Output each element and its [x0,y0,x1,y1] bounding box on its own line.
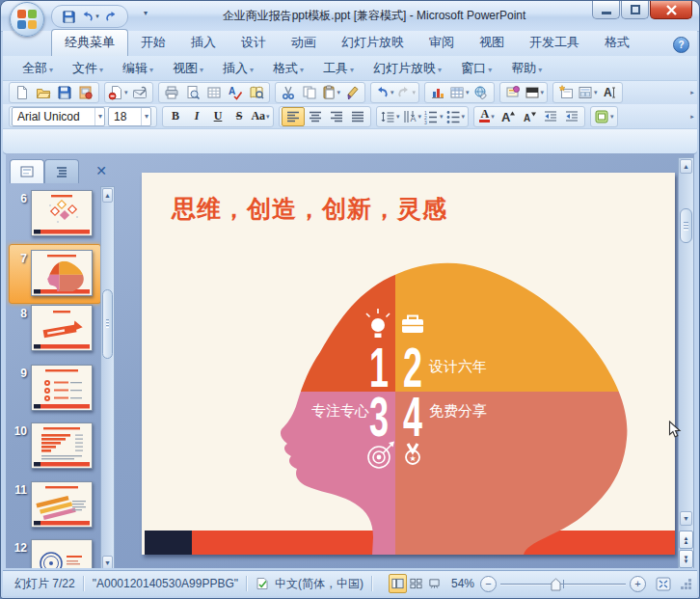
menu-help[interactable]: 帮助▾ [501,60,552,77]
resize-grip[interactable] [679,577,693,591]
slides-tab[interactable] [10,159,44,183]
ribbon-tab-view[interactable]: 视图 [467,30,517,56]
open-folder-button[interactable] [33,84,54,101]
chevron-down-icon[interactable]: ▾ [594,89,598,96]
chevron-down-icon[interactable]: ▾ [413,89,417,96]
justify-button[interactable] [347,108,368,125]
panel-scroll-up-button[interactable]: ▲ [102,188,113,203]
menu-file[interactable]: 文件▾ [63,60,113,77]
slide-thumbnail-7[interactable] [31,250,93,296]
zoom-level[interactable]: 54% [451,577,474,590]
ribbon-tab-review[interactable]: 审阅 [417,30,467,56]
slide-canvas[interactable]: 思维，创造，创新，灵感 1234设计六年专注专心免费分享★ [142,173,675,555]
slide-design-button[interactable] [502,84,524,101]
format-painter-button[interactable] [341,84,363,101]
decrease-indent-button[interactable] [540,108,561,125]
align-right-button[interactable] [326,108,347,125]
chart-button[interactable] [427,84,448,101]
font-color-button[interactable]: A▾ [476,108,498,125]
spellcheck-status-icon[interactable] [256,577,269,590]
slide-thumbnail-11[interactable] [31,481,93,528]
customize-qat-button[interactable]: ▾ [144,9,148,17]
zoom-slider-thumb[interactable] [551,578,561,591]
panel-scroll-down-button[interactable]: ▼ [102,556,113,568]
chevron-down-icon[interactable]: ▾ [610,113,614,121]
panel-scrollbar[interactable]: ▲ ▼ [100,186,115,568]
chevron-down-icon[interactable]: ▾ [95,13,99,20]
spelling-button[interactable]: A [225,84,246,101]
ribbon-tab-classic-menu[interactable]: 经典菜单 [51,29,128,56]
next-slide-button[interactable]: ▼▼ [679,550,693,568]
copy-button[interactable] [299,84,320,101]
chevron-down-icon[interactable]: ▾ [396,113,400,121]
toolbar-overflow-button[interactable]: ▸ [687,108,697,125]
save-button[interactable] [58,8,79,25]
scroll-down-button[interactable]: ▼ [680,511,692,526]
restore-button[interactable] [621,1,649,19]
ribbon-tab-developer[interactable]: 开发工具 [517,30,592,56]
new-slide-button[interactable] [555,84,577,101]
chevron-down-icon[interactable]: ▾ [337,89,341,96]
chevron-down-icon[interactable]: ▾ [418,113,422,121]
menu-window[interactable]: 窗口▾ [451,60,501,77]
strikethrough-button[interactable]: S [229,108,250,125]
zoom-in-button[interactable]: + [630,576,646,592]
toolbar-overflow-button[interactable]: ▸ [687,84,697,101]
scroll-up-button[interactable]: ▲ [680,159,692,174]
chevron-down-icon[interactable]: ▾ [466,89,470,96]
normal-view-button[interactable] [389,574,407,593]
slide-sorter-view-button[interactable] [407,574,425,593]
align-left-button[interactable] [282,107,305,126]
chevron-down-icon[interactable]: ▾ [266,113,270,121]
menu-slide-show[interactable]: 幻灯片放映▾ [363,60,451,77]
menu-format[interactable]: 格式▾ [263,60,313,77]
scrollbar-thumb[interactable] [680,208,692,243]
print-button[interactable] [161,84,182,101]
font-dialog-button[interactable]: A [599,84,620,101]
language-indicator[interactable]: 中文(简体，中国) [275,576,363,592]
zoom-slider[interactable] [500,577,626,591]
chevron-down-icon[interactable]: ▾ [462,113,466,121]
slide-thumbnail-6[interactable] [31,190,93,236]
chevron-down-icon[interactable]: ▾ [124,89,128,96]
change-case-button[interactable]: Aa▾ [250,108,271,125]
help-button[interactable]: ? [673,37,689,53]
underline-button[interactable]: U [207,108,229,125]
minimize-button[interactable] [592,1,620,19]
line-spacing-button[interactable]: ▾ [379,108,401,125]
font-size-combo[interactable]: 18 ▾ [108,107,151,126]
bold-button[interactable]: B [165,108,186,125]
menu-tools[interactable]: 工具▾ [313,60,363,77]
increase-indent-button[interactable] [561,108,582,125]
slide-thumbnail-9[interactable] [31,365,93,411]
table-grid-button[interactable] [203,84,225,101]
redo-button[interactable]: ▾ [395,84,417,101]
main-scrollbar[interactable]: ▲ ▼ ▲▲ ▼▼ [678,157,694,568]
close-button[interactable] [650,1,692,19]
insert-table-button[interactable]: ▾ [448,84,471,101]
ribbon-tab-format[interactable]: 格式 [592,30,642,56]
chevron-down-icon[interactable]: ▾ [390,89,394,96]
redo-button[interactable] [100,8,121,25]
menu-all[interactable]: 全部▾ [13,60,63,77]
zoom-out-button[interactable]: − [480,576,497,592]
slide-thumbnail-10[interactable] [31,422,93,469]
chevron-down-icon[interactable]: ▾ [94,108,102,125]
permission-button[interactable] [75,84,96,101]
print-preview-button[interactable] [182,84,203,101]
ribbon-tab-home[interactable]: 开始 [128,30,178,56]
font-name-combo[interactable]: Arial Unicod ▾ [12,107,105,126]
hyperlink-button[interactable] [471,84,492,101]
background-button[interactable]: ▾ [524,84,546,101]
align-center-button[interactable] [305,108,326,125]
menu-view[interactable]: 视图▾ [163,60,213,77]
menu-insert[interactable]: 插入▾ [213,60,263,77]
ribbon-tab-slide-show[interactable]: 幻灯片放映 [329,30,417,56]
research-button[interactable] [246,84,267,101]
attachment-button[interactable] [129,84,150,101]
panel-scrollbar-thumb[interactable] [102,289,113,359]
outline-tab[interactable] [44,159,79,183]
slideshow-view-button[interactable] [425,574,444,593]
new-document-button[interactable] [12,84,33,101]
chevron-down-icon[interactable]: ▾ [141,108,148,125]
